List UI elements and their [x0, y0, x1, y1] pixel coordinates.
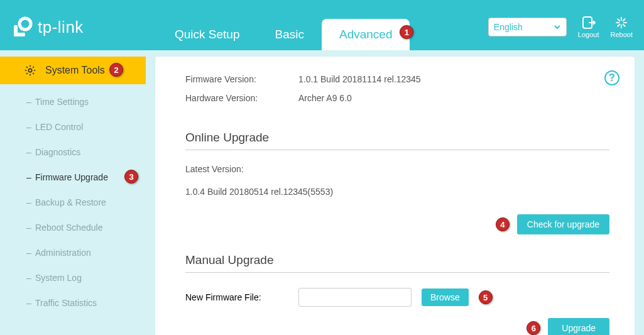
- manual-upgrade-title: Manual Upgrade: [185, 253, 609, 273]
- annotation-4: 4: [496, 217, 510, 231]
- annotation-1: 1: [400, 25, 413, 39]
- brand-logo: tp-link: [11, 16, 84, 38]
- language-selected: English: [494, 22, 523, 32]
- tp-link-icon: [11, 16, 33, 38]
- reboot-button[interactable]: Reboot: [611, 16, 633, 38]
- hardware-version-row: Hardware Version: Archer A9 6.0: [185, 93, 609, 103]
- sidebar-item-label: LED Control: [35, 122, 83, 132]
- reboot-label: Reboot: [611, 31, 633, 38]
- chevron-down-icon: [554, 23, 561, 31]
- tab-quick-setup[interactable]: Quick Setup: [157, 19, 258, 50]
- svg-point-0: [19, 18, 31, 30]
- sidebar-item-diagnostics[interactable]: Diagnostics: [0, 140, 146, 165]
- annotation-6: 6: [527, 321, 540, 335]
- sidebar-item-system-log[interactable]: System Log: [0, 265, 146, 290]
- latest-version-block: Latest Version: 1.0.4 Build 20180514 rel…: [185, 164, 609, 197]
- online-upgrade-title: Online Upgrade: [185, 131, 609, 150]
- sidebar-item-label: Diagnostics: [35, 147, 80, 157]
- body-wrap: System Tools 2 Time Settings LED Control…: [0, 50, 644, 335]
- app-header: tp-link Quick Setup Basic Advanced 1 Eng…: [0, 0, 644, 50]
- sidebar-category-label: System Tools: [45, 65, 105, 76]
- upgrade-button[interactable]: Upgrade: [548, 318, 609, 335]
- firmware-version-row: Firmware Version: 1.0.1 Build 20181114 r…: [185, 74, 609, 84]
- svg-point-12: [28, 69, 31, 72]
- svg-line-10: [623, 19, 625, 21]
- hardware-version-value: Archer A9 6.0: [298, 93, 352, 103]
- sidebar-item-administration[interactable]: Administration: [0, 240, 146, 265]
- language-select[interactable]: English: [488, 18, 567, 36]
- annotation-3: 3: [124, 170, 138, 184]
- logout-icon: [581, 16, 596, 30]
- sidebar-item-led-control[interactable]: LED Control: [0, 114, 146, 140]
- reboot-icon: [614, 16, 629, 30]
- help-icon[interactable]: ?: [604, 70, 619, 85]
- sidebar-item-label: Reboot Schedule: [35, 222, 102, 233]
- svg-line-11: [618, 25, 620, 26]
- brand-text: tp-link: [38, 18, 84, 37]
- sidebar-item-traffic-statistics[interactable]: Traffic Statistics: [0, 290, 146, 316]
- sidebar-item-label: Time Settings: [35, 97, 89, 107]
- firmware-version-label: Firmware Version:: [185, 74, 298, 84]
- header-right: English Logout Reboot: [488, 16, 633, 38]
- annotation-5: 5: [479, 290, 493, 304]
- main-tabs: Quick Setup Basic Advanced 1: [157, 19, 410, 50]
- browse-button[interactable]: Browse: [422, 288, 469, 306]
- main-panel: ? Firmware Version: 1.0.1 Build 20181114…: [155, 57, 635, 335]
- sidebar-item-label: Firmware Upgrade: [35, 172, 108, 182]
- logout-button[interactable]: Logout: [578, 16, 599, 38]
- latest-version-label: Latest Version:: [185, 164, 609, 174]
- sidebar-item-time-settings[interactable]: Time Settings: [0, 89, 146, 114]
- new-firmware-label: New Firmware File:: [185, 292, 288, 302]
- tab-advanced-label: Advanced: [339, 28, 393, 41]
- sidebar-item-label: Administration: [35, 248, 91, 258]
- sidebar-item-backup-restore[interactable]: Backup & Restore: [0, 190, 146, 215]
- tab-advanced[interactable]: Advanced 1: [322, 19, 410, 50]
- check-upgrade-row: 4 Check for upgrade: [185, 214, 609, 234]
- hardware-version-label: Hardware Version:: [185, 93, 298, 103]
- new-firmware-file-input[interactable]: [298, 288, 412, 307]
- firmware-version-value: 1.0.1 Build 20181114 rel.12345: [298, 74, 421, 84]
- svg-line-9: [623, 25, 625, 26]
- latest-version-value: 1.0.4 Build 20180514 rel.12345(5553): [185, 187, 609, 197]
- svg-line-8: [618, 19, 620, 21]
- sidebar-item-label: System Log: [35, 273, 82, 283]
- annotation-2: 2: [109, 63, 123, 77]
- logout-label: Logout: [578, 31, 599, 38]
- new-firmware-row: New Firmware File: Browse 5: [185, 288, 609, 307]
- sidebar-item-reboot-schedule[interactable]: Reboot Schedule: [0, 215, 146, 240]
- sidebar-item-firmware-upgrade[interactable]: Firmware Upgrade 3: [0, 165, 146, 190]
- tab-basic[interactable]: Basic: [258, 19, 322, 50]
- upgrade-row: 6 Upgrade: [185, 318, 609, 335]
- sidebar: System Tools 2 Time Settings LED Control…: [0, 50, 146, 335]
- sidebar-category-system-tools[interactable]: System Tools 2: [0, 57, 146, 84]
- gear-icon: [24, 64, 36, 77]
- sidebar-item-label: Backup & Restore: [35, 197, 106, 207]
- check-for-upgrade-button[interactable]: Check for upgrade: [517, 214, 609, 234]
- sidebar-item-label: Traffic Statistics: [35, 298, 97, 308]
- svg-rect-2: [14, 33, 25, 36]
